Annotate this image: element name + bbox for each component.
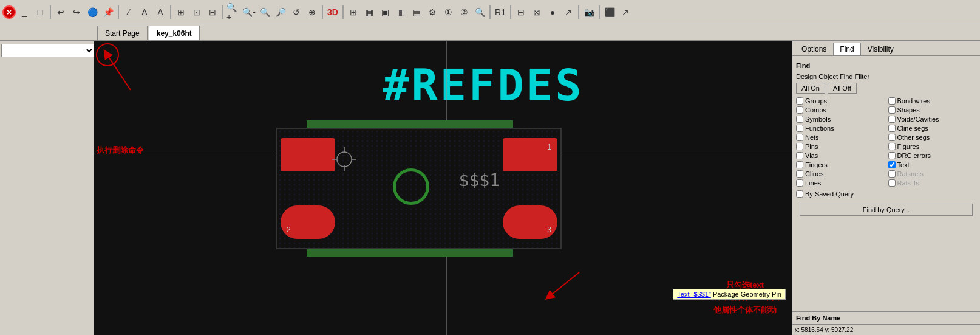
tab-start-page[interactable]: Start Page bbox=[97, 26, 148, 40]
checkbox-fingers-label: Fingers bbox=[805, 161, 828, 168]
checkbox-voids-cavities-label: Voids/Cavities bbox=[897, 116, 939, 123]
toolbar-icon-7[interactable]: A bbox=[153, 5, 168, 19]
checkbox-nets-label: Nets bbox=[805, 134, 819, 141]
checkbox-fingers-input[interactable] bbox=[796, 161, 803, 168]
checkbox-clines-input[interactable] bbox=[796, 170, 803, 178]
checkbox-lines-input[interactable] bbox=[796, 179, 803, 187]
checkbox-symbols-input[interactable] bbox=[796, 116, 803, 123]
checkbox-comps-input[interactable] bbox=[796, 106, 803, 114]
tooltip: Text "$$$1" Package Geometry Pin bbox=[673, 289, 786, 300]
checkbox-by-saved-query-input[interactable] bbox=[796, 190, 803, 198]
svg-line-0 bbox=[106, 54, 131, 90]
checkbox-rats-ts-input[interactable] bbox=[888, 179, 896, 187]
tab-find[interactable]: Find bbox=[833, 43, 860, 55]
toolbar-icon-20[interactable]: ▤ bbox=[409, 5, 424, 19]
toolbar-icon-13[interactable]: 🔍 bbox=[257, 5, 272, 19]
restore-button[interactable]: □ bbox=[33, 5, 47, 19]
toolbar-icon-21[interactable]: ⚙ bbox=[425, 5, 440, 19]
checkbox-clines: Clines bbox=[796, 170, 885, 178]
checkbox-text: Text bbox=[888, 161, 977, 168]
tab-options[interactable]: Options bbox=[795, 43, 833, 55]
toolbar-icon-9[interactable]: ⊡ bbox=[189, 5, 204, 19]
checkbox-vias-input[interactable] bbox=[796, 152, 803, 159]
toolbar-icon-19[interactable]: ▥ bbox=[393, 5, 408, 19]
toolbar-icon-10[interactable]: ⊟ bbox=[205, 5, 220, 19]
checkbox-figures-input[interactable] bbox=[888, 143, 896, 150]
svg-line-7 bbox=[549, 272, 579, 297]
find-by-query-button[interactable]: Find by Query... bbox=[800, 204, 973, 216]
toolbar-separator-10 bbox=[599, 5, 600, 19]
toolbar-icon-17[interactable]: ▦ bbox=[362, 5, 376, 19]
checkbox-voids-cavities-input[interactable] bbox=[888, 116, 896, 123]
toolbar-separator-7 bbox=[489, 5, 491, 19]
checkbox-pins-input[interactable] bbox=[796, 143, 803, 150]
checkbox-fingers: Fingers bbox=[796, 161, 885, 168]
checkbox-grid: Groups Bond wires Comps Shapes bbox=[796, 97, 976, 187]
all-off-button[interactable]: All Off bbox=[828, 83, 857, 94]
green-bar-bottom bbox=[307, 249, 513, 257]
toolbar-icon-32[interactable]: ↗ bbox=[618, 5, 633, 19]
toolbar-icon-16[interactable]: ⊕ bbox=[305, 5, 319, 19]
toolbar-icon-11[interactable]: 🔍+ bbox=[226, 5, 240, 19]
svg-point-2 bbox=[337, 152, 352, 167]
toolbar-icon-3d[interactable]: 3D bbox=[325, 5, 340, 19]
close-button[interactable]: × bbox=[2, 5, 16, 19]
checkbox-text-label: Text bbox=[897, 161, 910, 168]
toolbar-icon-12[interactable]: 🔍- bbox=[242, 5, 256, 19]
checkbox-cline-segs: Cline segs bbox=[888, 125, 977, 132]
tab-visibility[interactable]: Visibility bbox=[861, 43, 900, 55]
checkbox-pins-label: Pins bbox=[805, 143, 818, 150]
toolbar-icon-18[interactable]: ▣ bbox=[378, 5, 392, 19]
minimize-button[interactable]: _ bbox=[17, 5, 32, 19]
toolbar-icon-2[interactable]: ↪ bbox=[69, 5, 84, 19]
toolbar-icon-8[interactable]: ⊞ bbox=[174, 5, 188, 19]
pcb-body: 1 $$$1 2 bbox=[276, 128, 562, 249]
toolbar-icon-28[interactable]: ● bbox=[545, 5, 560, 19]
toolbar-icon-3[interactable]: 🔵 bbox=[85, 5, 100, 19]
checkbox-functions: Functions bbox=[796, 125, 885, 132]
checkbox-functions-label: Functions bbox=[805, 125, 834, 132]
checkbox-functions-input[interactable] bbox=[796, 125, 803, 132]
toolbar-icon-14[interactable]: 🔎 bbox=[273, 5, 288, 19]
toolbar-icon-grid[interactable]: ⊞ bbox=[346, 5, 361, 19]
toolbar-icon-1[interactable]: ↩ bbox=[53, 5, 68, 19]
checkbox-nets-input[interactable] bbox=[796, 134, 803, 141]
toolbar-icon-26[interactable]: ⊟ bbox=[514, 5, 528, 19]
checkbox-ratsnets-label: Ratsnets bbox=[897, 170, 924, 178]
sidebar-dropdown[interactable] bbox=[1, 44, 95, 57]
checkbox-ratsnets-input[interactable] bbox=[888, 170, 896, 178]
toolbar-icon-15[interactable]: ↺ bbox=[289, 5, 304, 19]
tab-key-k06ht[interactable]: key_k06ht bbox=[149, 26, 200, 40]
toolbar-icon-29[interactable]: ↗ bbox=[561, 5, 576, 19]
checkbox-cline-segs-input[interactable] bbox=[888, 125, 896, 132]
toolbar-icon-30[interactable]: 📷 bbox=[582, 5, 596, 19]
toolbar-separator-9 bbox=[578, 5, 579, 19]
toolbar-icon-25[interactable]: R1 bbox=[493, 5, 508, 19]
checkbox-lines: Lines bbox=[796, 179, 885, 187]
refdes-label: #REFDES bbox=[383, 60, 584, 111]
checkbox-by-saved-query: By Saved Query bbox=[796, 190, 976, 198]
checkbox-figures: Figures bbox=[888, 143, 977, 150]
toolbar-separator-1 bbox=[50, 5, 51, 19]
checkbox-drc-errors-input[interactable] bbox=[888, 152, 896, 159]
toolbar-separator-8 bbox=[510, 5, 511, 19]
toolbar-icon-23[interactable]: ② bbox=[457, 5, 471, 19]
toolbar-icon-5[interactable]: ∕ bbox=[121, 5, 136, 19]
tooltip-link[interactable]: Text "$$$1" bbox=[677, 291, 711, 298]
pad-num-3: 3 bbox=[547, 226, 551, 234]
toolbar-icon-22[interactable]: ① bbox=[441, 5, 455, 19]
checkbox-groups-input[interactable] bbox=[796, 97, 803, 105]
checkbox-other-segs-input[interactable] bbox=[888, 134, 896, 141]
checkbox-bond-wires: Bond wires bbox=[888, 97, 977, 105]
toolbar-icon-6[interactable]: A bbox=[137, 5, 152, 19]
toolbar-icon-31[interactable]: ⬛ bbox=[602, 5, 617, 19]
canvas-area[interactable]: 执行删除命令 #REFDES bbox=[94, 41, 792, 335]
toolbar-icon-27[interactable]: ⊠ bbox=[529, 5, 544, 19]
checkbox-bond-wires-input[interactable] bbox=[888, 97, 896, 105]
checkbox-text-input[interactable] bbox=[888, 161, 896, 168]
checkbox-shapes-input[interactable] bbox=[888, 106, 896, 114]
toolbar: × _ □ ↩ ↪ 🔵 📌 ∕ A A ⊞ ⊡ ⊟ 🔍+ 🔍- 🔍 🔎 ↺ ⊕ … bbox=[0, 0, 980, 24]
toolbar-icon-4[interactable]: 📌 bbox=[101, 5, 115, 19]
toolbar-icon-24[interactable]: 🔍 bbox=[472, 5, 487, 19]
all-on-button[interactable]: All On bbox=[796, 83, 825, 94]
